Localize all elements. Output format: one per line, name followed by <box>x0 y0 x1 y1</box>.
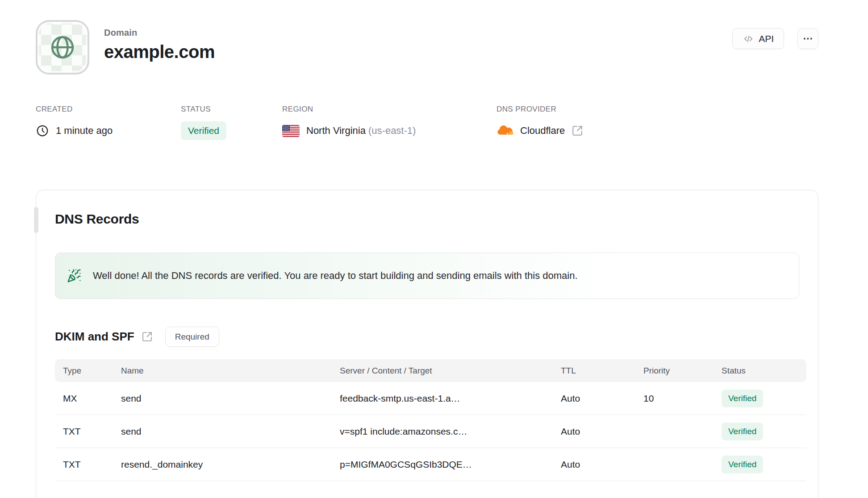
region-code: (us-east-1) <box>368 125 416 136</box>
dns-table: Type Name Server / Content / Target TTL … <box>55 359 806 481</box>
required-badge: Required <box>165 327 219 347</box>
col-header-type: Type <box>63 366 121 376</box>
cell-type: TXT <box>63 426 121 437</box>
clock-icon <box>36 124 49 137</box>
meta-status: STATUS Verified <box>181 105 282 138</box>
dns-records-title: DNS Records <box>55 212 799 227</box>
us-flag-icon <box>282 125 300 137</box>
cell-name: send <box>121 393 340 404</box>
dns-table-body: MX send feedback-smtp.us-east-1.a… Auto … <box>55 382 806 481</box>
dns-provider-label: DNS PROVIDER <box>497 105 583 114</box>
api-button[interactable]: API <box>732 28 784 49</box>
cell-ttl: Auto <box>561 393 643 404</box>
api-button-label: API <box>759 33 774 44</box>
cell-content: v=spf1 include:amazonses.c… <box>340 426 561 437</box>
page-header: Domain example.com API ⋯ <box>0 0 868 75</box>
card-accent-bar <box>34 207 38 233</box>
cell-name: resend._domainkey <box>121 459 340 470</box>
more-button[interactable]: ⋯ <box>797 28 818 49</box>
table-row: TXT send v=spf1 include:amazonses.c… Aut… <box>55 415 806 448</box>
domain-avatar <box>36 20 89 75</box>
dkim-spf-section-head: DKIM and SPF Required <box>55 327 799 347</box>
cell-ttl: Auto <box>561 426 643 437</box>
cell-content: p=MIGfMA0GCSqGSIb3DQE… <box>340 459 561 470</box>
col-header-content: Server / Content / Target <box>340 366 561 376</box>
region-value: North Virginia <box>306 125 366 136</box>
created-value: 1 minute ago <box>56 125 113 137</box>
col-header-priority: Priority <box>643 366 722 376</box>
ellipsis-icon: ⋯ <box>803 33 813 45</box>
external-link-icon[interactable] <box>572 125 583 137</box>
cell-type: MX <box>63 393 121 404</box>
header-actions: API ⋯ <box>732 20 818 49</box>
col-header-ttl: TTL <box>561 366 643 376</box>
page-title: example.com <box>104 42 215 62</box>
title-block: Domain example.com <box>104 20 215 62</box>
dns-provider-value: Cloudflare <box>520 125 565 137</box>
meta-dns-provider: DNS PROVIDER Cloudflare <box>497 105 583 138</box>
table-row: TXT resend._domainkey p=MIGfMA0GCSqGSIb3… <box>55 448 806 481</box>
meta-created: CREATED 1 minute ago <box>36 105 181 138</box>
status-badge: Verified <box>722 456 763 473</box>
cloudflare-icon <box>497 125 513 137</box>
cell-name: send <box>121 426 340 437</box>
region-label: REGION <box>282 105 497 114</box>
dns-table-header: Type Name Server / Content / Target TTL … <box>55 359 806 382</box>
created-label: CREATED <box>36 105 181 114</box>
domain-detail-page: Domain example.com API ⋯ CREATED <box>0 0 868 498</box>
col-header-status: Status <box>722 366 806 376</box>
success-banner: Well done! All the DNS records are verif… <box>55 253 799 299</box>
dns-records-card: DNS Records Well done! All the DNS recor… <box>36 190 818 498</box>
page-kicker: Domain <box>104 28 215 38</box>
success-banner-text: Well done! All the DNS records are verif… <box>93 270 578 282</box>
cell-content: feedback-smtp.us-east-1.a… <box>340 393 561 404</box>
status-badge: Verified <box>181 121 226 140</box>
dkim-spf-title: DKIM and SPF <box>55 330 134 344</box>
party-popper-icon <box>67 269 81 283</box>
cell-priority: 10 <box>643 393 722 404</box>
col-header-name: Name <box>121 366 340 376</box>
cell-type: TXT <box>63 459 121 470</box>
status-badge: Verified <box>722 423 763 440</box>
meta-region: REGION <box>282 105 497 138</box>
table-row: MX send feedback-smtp.us-east-1.a… Auto … <box>55 382 806 415</box>
cell-ttl: Auto <box>561 459 643 470</box>
status-label: STATUS <box>181 105 282 114</box>
globe-icon <box>48 33 77 62</box>
code-icon <box>743 33 754 45</box>
dkim-external-link-icon[interactable] <box>142 331 153 342</box>
domain-meta: CREATED 1 minute ago STATUS Verified REG… <box>0 75 868 138</box>
status-badge: Verified <box>722 390 763 407</box>
